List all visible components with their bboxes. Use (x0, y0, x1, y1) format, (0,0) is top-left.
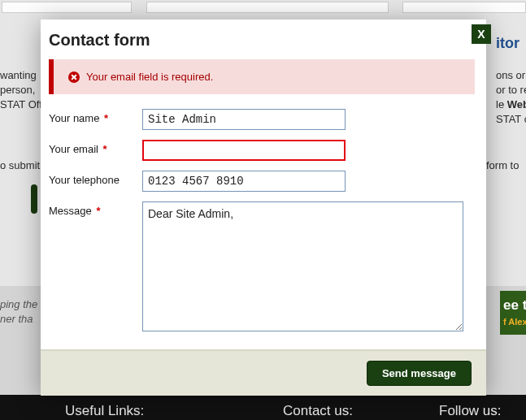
label-telephone: Your telephone (49, 171, 142, 186)
error-text: Your email field is required. (86, 71, 213, 83)
bg-card-b (146, 2, 389, 13)
bg-heading-fragment: itor (496, 35, 519, 51)
bg-right-block: itor ons or in or to req le Webs STAT o (496, 36, 526, 127)
bg-card-c (402, 2, 526, 13)
bg-quote-fragment: ping the ner tha (0, 297, 37, 327)
message-textarea[interactable] (142, 201, 463, 331)
contact-form-modal: Contact form X Your email field is requi… (41, 19, 486, 396)
bg-card-a (2, 2, 132, 13)
label-message: Message * (49, 201, 142, 217)
row-telephone: Your telephone (49, 171, 475, 192)
modal-body: Your email field is required. Your name … (41, 59, 486, 349)
required-marker: * (104, 112, 108, 124)
close-button[interactable]: X (472, 24, 491, 44)
footer: Useful Links: Contact us: Follow us: (0, 395, 526, 420)
send-message-button[interactable]: Send message (367, 361, 472, 386)
bg-left-block: wanting person, STAT Offi (0, 68, 45, 112)
modal-footer: Send message (41, 349, 486, 396)
bg-left-submit: o submit (0, 158, 40, 173)
footer-links-heading: Useful Links: (65, 403, 144, 419)
validation-error: Your email field is required. (49, 59, 475, 94)
label-name: Your name * (49, 109, 142, 124)
telephone-input[interactable] (142, 171, 346, 192)
bg-button-fragment-left (31, 184, 37, 214)
modal-header: Contact form X (41, 19, 486, 59)
modal-title: Contact form (49, 31, 473, 50)
required-marker: * (96, 205, 100, 217)
bg-right-formto: form to (486, 158, 519, 173)
label-email: Your email * (49, 140, 142, 155)
email-input[interactable] (142, 140, 346, 161)
footer-follow-heading: Follow us: (439, 403, 502, 419)
required-marker: * (103, 143, 107, 155)
error-icon (68, 71, 80, 83)
bg-promo-fragment: ee t f Alexa (500, 291, 526, 335)
row-email: Your email * (49, 140, 475, 161)
footer-contact-heading: Contact us: (283, 403, 353, 419)
row-message: Message * (49, 201, 475, 331)
row-name: Your name * (49, 109, 475, 130)
name-input[interactable] (142, 109, 346, 130)
